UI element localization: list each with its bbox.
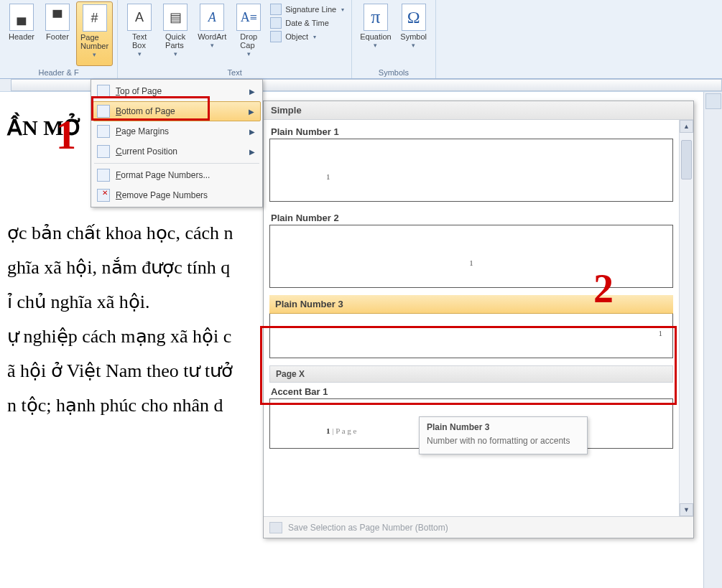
- option-title-plain1: Plain Number 1: [269, 123, 673, 139]
- annotation-2: 2: [593, 266, 614, 312]
- menu-top-of-page[interactable]: TTop of Pageop of Page▶: [93, 81, 261, 101]
- footer-label: Footer: [46, 32, 69, 41]
- page-icon: [97, 85, 110, 98]
- page-number-menu: TTop of Pageop of Page▶ Bottom of Page▶ …: [91, 79, 263, 207]
- signature-label: Signature Line: [285, 5, 336, 14]
- header-icon: ▄: [9, 4, 34, 31]
- textbox-button[interactable]: AText Box▾: [122, 1, 157, 66]
- textbox-icon: A: [127, 4, 152, 31]
- page-number-gallery: Simple Plain Number 1 1 Plain Number 2 1…: [263, 101, 694, 538]
- ribbon: ▄Header ▀Footer #Page Number▾ Header & F…: [0, 0, 722, 79]
- gallery-scrollbar[interactable]: ▲ ▼: [679, 120, 693, 516]
- quickparts-button[interactable]: ▤Quick Parts▾: [158, 1, 193, 66]
- page-icon: [97, 105, 110, 118]
- option-title-accent1: Accent Bar 1: [269, 383, 673, 398]
- group-symbols: πEquation▾ ΩSymbol▾ Symbols: [352, 0, 435, 78]
- footer-icon: ▀: [45, 4, 70, 31]
- dropdown-arrow-icon: ▾: [93, 51, 96, 58]
- group-label-symbols: Symbols: [356, 66, 430, 78]
- gallery-footer: Save Selection as Page Number (Bottom): [264, 516, 693, 538]
- textbox-label: Text Box: [132, 32, 147, 50]
- page-number-button[interactable]: #Page Number▾: [76, 1, 113, 66]
- dropcap-label: Drop Cap: [240, 32, 257, 50]
- omega-icon: Ω: [402, 4, 426, 31]
- equation-button[interactable]: πEquation▾: [356, 1, 394, 66]
- group-header-footer: ▄Header ▀Footer #Page Number▾ Header & F: [0, 0, 118, 78]
- tooltip-title: Plain Number 3: [427, 422, 580, 432]
- menu-bottom-of-page[interactable]: Bottom of Page▶: [93, 101, 261, 121]
- symbol-button[interactable]: ΩSymbol▾: [397, 1, 431, 66]
- menu-remove-page-numbers[interactable]: Remove Page Numbers: [93, 185, 261, 205]
- quickparts-icon: ▤: [163, 4, 188, 31]
- menu-current-position[interactable]: Current Position▶: [93, 141, 261, 162]
- option-title-plain2: Plain Number 2: [269, 209, 673, 225]
- annotation-1: 1: [56, 112, 76, 158]
- tooltip-body: Number with no formatting or accents: [427, 435, 580, 447]
- group-label-hf: Header & F: [4, 66, 113, 78]
- object-button[interactable]: Object▾: [267, 30, 347, 43]
- signature-line-button[interactable]: Signature Line▾: [267, 3, 347, 16]
- side-tool-icon[interactable]: [705, 93, 721, 109]
- gallery-category-simple: Simple: [264, 101, 693, 120]
- scroll-down-icon[interactable]: ▼: [680, 503, 693, 516]
- tooltip-plain-number-3: Plain Number 3 Number with no formatting…: [419, 416, 588, 454]
- page-number-label: Page Number: [80, 33, 108, 50]
- quickparts-label: Quick Parts: [165, 32, 185, 50]
- header-label: Header: [9, 32, 34, 41]
- pi-icon: π: [364, 4, 388, 31]
- page-number-icon: #: [83, 4, 107, 32]
- submenu-arrow-icon: ▶: [249, 148, 255, 156]
- object-label: Object: [285, 32, 308, 41]
- page-icon: [97, 145, 110, 158]
- submenu-arrow-icon: ▶: [249, 108, 254, 116]
- dropcap-button[interactable]: A≡Drop Cap▾: [231, 1, 266, 66]
- date-time-button[interactable]: Date & Time: [267, 17, 347, 29]
- save-selection-label: Save Selection as Page Number (Bottom): [288, 523, 448, 533]
- group-text: AText Box▾ ▤Quick Parts▾ AWordArt▾ A≡Dro…: [118, 0, 352, 78]
- page-icon: [97, 125, 110, 138]
- menu-page-margins[interactable]: Page Margins▶: [93, 121, 261, 141]
- wordart-label: WordArt: [198, 32, 226, 41]
- group-label-text: Text: [122, 66, 347, 78]
- footer-button[interactable]: ▀Footer: [40, 1, 75, 66]
- datetime-icon: [270, 17, 282, 29]
- object-icon: [270, 31, 282, 42]
- signature-icon: [270, 4, 282, 15]
- equation-label: Equation: [360, 32, 391, 41]
- symbol-label: Symbol: [400, 32, 427, 41]
- datetime-label: Date & Time: [285, 19, 329, 27]
- wordart-icon: A: [200, 4, 224, 31]
- gallery-category-pagex: Page X: [269, 365, 673, 383]
- format-icon: [97, 169, 110, 182]
- scroll-thumb[interactable]: [681, 140, 692, 179]
- submenu-arrow-icon: ▶: [249, 128, 255, 136]
- submenu-arrow-icon: ▶: [249, 88, 255, 95]
- option-plain-number-1[interactable]: 1: [269, 139, 673, 202]
- remove-icon: [97, 189, 110, 202]
- header-button[interactable]: ▄Header: [4, 1, 39, 66]
- wordart-button[interactable]: AWordArt▾: [194, 1, 230, 66]
- menu-format-page-numbers[interactable]: Format Page Numbers...: [93, 165, 261, 185]
- dropcap-icon: A≡: [236, 4, 261, 31]
- save-selection-icon: [269, 522, 282, 533]
- side-panel: [703, 92, 722, 588]
- scroll-up-icon[interactable]: ▲: [680, 120, 693, 133]
